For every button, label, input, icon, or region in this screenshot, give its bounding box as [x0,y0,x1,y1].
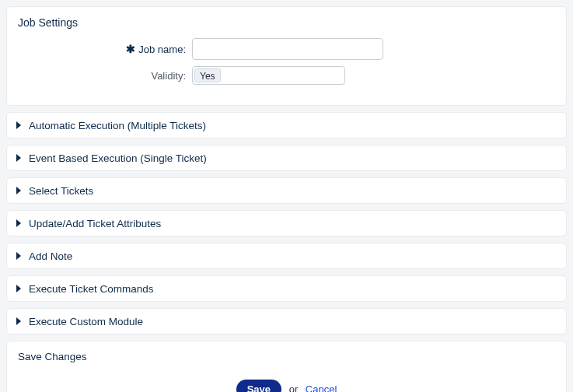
label-cell-validity: Validity: [18,70,192,82]
panel-title-job-settings: Job Settings [18,16,555,29]
save-button[interactable]: Save [236,380,281,392]
label-text-job-name: Job name: [138,44,186,55]
label-text-validity: Validity: [151,70,186,82]
input-cell-job-name [192,38,383,60]
panel-job-settings: Job Settings ✱Job name: Validity: Yes [6,6,567,106]
collapsed-panel-title: Update/Add Ticket Attributes [29,218,161,229]
triangle-right-icon [16,252,21,260]
input-cell-validity: Yes [192,66,345,85]
triangle-right-icon [16,285,21,292]
panel-save-changes: Save Changes Save or Cancel [6,341,567,392]
collapsed-panel[interactable]: Execute Custom Module [6,308,567,334]
validity-selected-value: Yes [194,68,221,82]
collapsed-panel-title: Automatic Execution (Multiple Tickets) [29,120,206,131]
collapsed-panel[interactable]: Select Tickets [6,177,567,204]
collapsed-panel-title: Execute Custom Module [29,316,143,327]
collapsed-panel[interactable]: Automatic Execution (Multiple Tickets) [6,112,567,138]
triangle-right-icon [16,154,21,162]
collapsed-panel[interactable]: Update/Add Ticket Attributes [6,210,567,236]
triangle-right-icon [16,121,21,129]
collapsed-panel[interactable]: Add Note [6,243,567,269]
collapsed-panels-container: Automatic Execution (Multiple Tickets)Ev… [6,112,567,334]
collapsed-panel-title: Select Tickets [29,185,93,197]
collapsed-panel-title: Add Note [29,250,72,262]
save-actions: Save or Cancel [18,380,555,392]
collapsed-panel[interactable]: Event Based Execution (Single Ticket) [6,145,567,171]
label-cell-job-name: ✱Job name: [18,43,192,55]
collapsed-panel[interactable]: Execute Ticket Commands [6,275,567,302]
cancel-link[interactable]: Cancel [306,383,337,392]
triangle-right-icon [16,187,21,194]
form-row-validity: Validity: Yes [18,66,555,85]
triangle-right-icon [16,317,21,325]
validity-select[interactable]: Yes [192,66,345,85]
required-star-icon: ✱ [126,43,135,55]
or-text: or [289,383,299,392]
collapsed-panel-title: Execute Ticket Commands [29,283,154,295]
form-row-job-name: ✱Job name: [18,38,555,60]
job-name-input[interactable] [192,38,383,60]
panel-title-save-changes: Save Changes [18,351,555,362]
collapsed-panel-title: Event Based Execution (Single Ticket) [29,152,207,164]
triangle-right-icon [16,219,21,227]
